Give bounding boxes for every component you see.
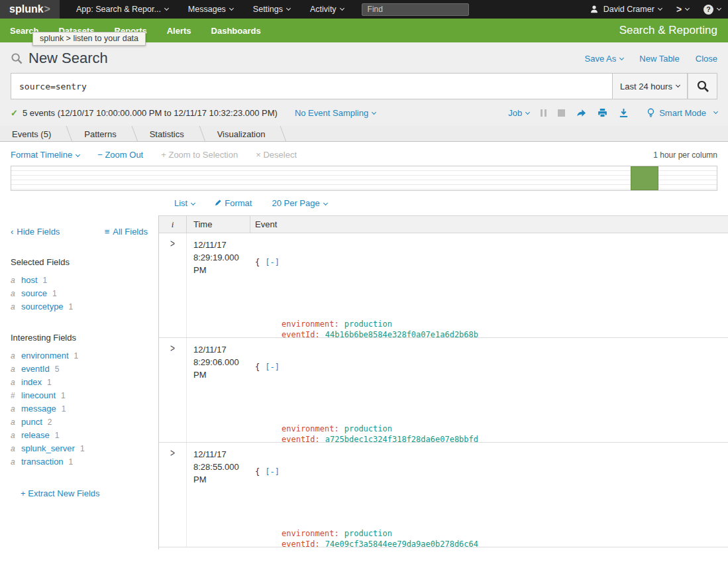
field-item: a host 1 [11,274,148,287]
field-item: a source 1 [11,287,148,300]
splunk-mark-icon: > [676,4,682,15]
search-query-input[interactable] [11,73,613,99]
stop-job-icon[interactable] [558,109,565,117]
help-menu[interactable]: ? [696,0,728,19]
fields-group-title: Selected Fields [11,256,148,269]
chevron-down-icon [713,109,718,114]
field-name-link[interactable]: transaction [21,455,64,469]
splunk-logo[interactable]: splunk> [0,0,60,19]
field-type-icon: a [11,429,21,442]
chevron-down-icon [525,110,530,115]
chevron-down-icon [76,152,80,157]
fields-group-title: Interesting Fields [11,331,148,345]
per-page-menu[interactable]: 20 Per Page [272,198,327,208]
field-count: 1 [74,349,79,363]
field-name-link[interactable]: punct [21,416,42,429]
timeline-section: Format Timeline − Zoom Out + Zoom to Sel… [0,142,728,191]
timeline-bar[interactable] [631,166,658,190]
selected-fields-group: Selected Fields a host 1 a source 1 a so… [11,256,148,313]
top-menu-item[interactable]: Activity [300,0,354,19]
format-results-menu[interactable]: Format [215,198,252,208]
field-count: 1 [55,429,60,442]
event-date: 12/11/17 [193,448,250,461]
timeline-histogram[interactable] [11,166,717,191]
top-menu-item[interactable]: App: Search & Repor... [66,0,178,19]
field-name-link[interactable]: splunk_server [21,442,75,455]
collapse-json-link[interactable]: [-] [265,467,280,477]
results-section: ‹Hide Fields ≡All Fields Selected Fields… [0,191,728,549]
event-cell: {[-] environmentproductioneventId44b16b6… [250,233,728,337]
time-range-picker[interactable]: Last 24 hours [613,73,688,99]
new-table-button[interactable]: New Table [639,54,679,64]
run-search-button[interactable] [688,73,717,99]
collapse-json-link[interactable]: [-] [265,363,280,372]
user-menu[interactable]: David Cramer [582,0,669,19]
app-nav-item[interactable]: Alerts [157,19,201,42]
result-tab[interactable]: Events (5) [0,126,72,142]
event-timestamp: 8:28:55.000 PM [193,461,250,486]
chevron-down-icon [340,6,344,11]
find-input[interactable] [362,3,469,16]
field-name-link[interactable]: host [21,274,38,287]
field-type-icon: a [11,349,21,363]
print-icon[interactable] [598,108,607,118]
splunk-logo-mark: > [44,3,50,15]
event-sampling-menu[interactable]: No Event Sampling [295,108,376,118]
top-menu-item[interactable]: Messages [178,0,243,19]
field-count: 5 [55,363,60,376]
field-item: a release 1 [11,429,148,442]
field-name-link[interactable]: message [21,402,56,416]
field-name-link[interactable]: release [21,429,50,442]
field-name-link[interactable]: environment [21,349,69,363]
field-count: 1 [47,376,52,389]
expand-event-icon[interactable]: > [170,343,175,354]
event-time: 12/11/17 8:29:06.000 PM [187,338,250,442]
list-view-menu[interactable]: List [174,198,195,208]
field-item: a message 1 [11,402,148,416]
format-timeline-menu[interactable]: Format Timeline [11,150,79,160]
field-count: 1 [43,274,48,287]
field-name-link[interactable]: source [21,287,47,300]
job-menu[interactable]: Job [508,108,529,118]
expand-event-icon[interactable]: > [170,239,175,249]
close-button[interactable]: Close [696,54,717,64]
expand-event-icon[interactable]: > [170,448,175,459]
extract-new-fields-link[interactable]: + Extract New Fields [11,488,148,498]
zoom-out-button[interactable]: − Zoom Out [97,150,143,160]
field-name-link[interactable]: index [21,376,42,389]
timeline-scale-label: 1 hour per column [653,150,717,160]
result-tab[interactable]: Patterns [72,126,137,142]
json-pair: eventIda725bdec1c324f318f28da6e07e8bbfd [255,435,728,443]
page-title: New Search [28,50,108,67]
splunk-apps-menu[interactable]: > [669,0,696,19]
chevron-down-icon [658,6,662,11]
share-icon[interactable] [576,108,586,118]
search-mode-menu[interactable]: Smart Mode [647,108,717,118]
user-name: David Cramer [603,5,654,14]
zoom-to-selection-button[interactable]: + Zoom to Selection [161,150,238,160]
export-icon[interactable] [619,108,629,118]
pencil-icon [215,199,222,206]
top-menu-item[interactable]: Settings [243,0,300,19]
collapse-json-link[interactable]: [-] [265,258,280,267]
event-timestamp: 8:29:06.000 PM [193,356,250,381]
person-icon [590,5,599,14]
field-name-link[interactable]: linecount [21,389,56,402]
json-pair: environmentproduction [255,319,728,330]
result-tab[interactable]: Visualization [205,126,287,142]
deselect-button[interactable]: × Deselect [256,150,297,160]
result-tab[interactable]: Statistics [138,126,205,142]
field-name-link[interactable]: eventId [21,363,50,376]
pause-job-icon[interactable] [541,109,546,117]
field-type-icon: a [11,287,21,300]
list-icon: ≡ [105,227,110,237]
field-count: 1 [69,300,74,313]
save-as-button[interactable]: Save As [585,54,624,64]
top-menus: App: Search & Repor...MessagesSettingsAc… [66,0,354,19]
field-type-icon: a [11,300,21,313]
all-fields-button[interactable]: ≡All Fields [105,227,148,237]
hide-fields-button[interactable]: ‹Hide Fields [11,227,60,237]
field-name-link[interactable]: sourcetype [21,300,64,313]
event-date: 12/11/17 [193,239,250,251]
app-nav-item[interactable]: Dashboards [201,19,271,42]
